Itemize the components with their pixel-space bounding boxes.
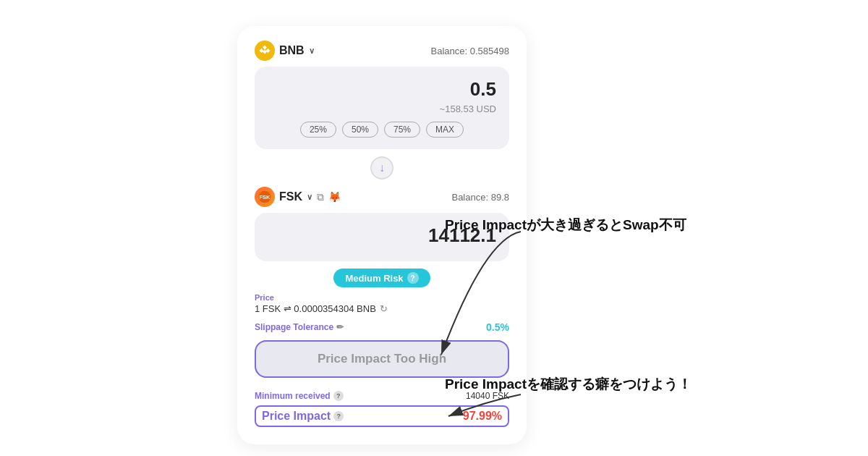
svg-text:FSK: FSK — [260, 194, 271, 200]
price-impact-value: 97.99% — [463, 410, 502, 423]
fsk-token-selector[interactable]: FSK ∨ — [279, 190, 312, 203]
fsk-symbol: FSK — [279, 190, 302, 203]
slippage-value: 0.5% — [486, 321, 509, 333]
slippage-row: Slippage Tolerance ✏ 0.5% — [255, 321, 509, 333]
top-token-row: BNB ∨ Balance: 0.585498 — [255, 41, 509, 61]
info-rows: Minimum received ? 14040 FSK Price Impac… — [255, 388, 509, 427]
price-label: Price — [255, 293, 509, 302]
swap-direction-button[interactable]: ↓ — [370, 156, 393, 180]
percent-75-button[interactable]: 75% — [384, 122, 420, 138]
swap-arrow-wrapper: ↓ — [255, 156, 509, 180]
price-impact-help-icon[interactable]: ? — [333, 411, 344, 421]
price-impact-too-high-button: Price Impact Too High — [255, 340, 509, 378]
risk-badge-wrapper: Medium Risk ? — [255, 269, 509, 287]
percent-buttons-row: 25% 50% 75% MAX — [268, 122, 496, 138]
price-value: 1 FSK ⇌ 0.0000354304 BNB ↻ — [255, 303, 509, 314]
price-impact-row: Price Impact ? 97.99% — [255, 405, 509, 427]
copy-icon[interactable]: ⧉ — [317, 191, 324, 203]
medium-risk-badge[interactable]: Medium Risk ? — [333, 269, 430, 287]
price-info: Price 1 FSK ⇌ 0.0000354304 BNB ↻ — [255, 293, 509, 314]
minimum-received-help-icon[interactable]: ? — [333, 391, 344, 401]
bnb-chevron: ∨ — [309, 46, 315, 56]
bnb-symbol: BNB — [279, 44, 305, 57]
bottom-token-row: FSK FSK ∨ ⧉ 🦊 Balance: 89.8 — [255, 187, 509, 207]
risk-label: Medium Risk — [345, 273, 403, 284]
price-impact-label: Price Impact ? — [262, 410, 344, 423]
fsk-icon: FSK — [255, 187, 275, 207]
price-refresh-icon[interactable]: ↻ — [380, 303, 388, 314]
bnb-token-selector[interactable]: BNB ∨ — [255, 41, 315, 61]
risk-help-icon[interactable]: ? — [407, 272, 419, 284]
slippage-label: Slippage Tolerance ✏ — [255, 322, 344, 332]
slippage-edit-icon[interactable]: ✏ — [336, 322, 344, 332]
bnb-amount[interactable]: 0.5 — [268, 78, 496, 101]
percent-max-button[interactable]: MAX — [426, 122, 464, 138]
percent-50-button[interactable]: 50% — [342, 122, 378, 138]
bnb-usd: ~158.53 USD — [268, 104, 496, 114]
fsk-balance: Balance: 89.8 — [451, 192, 509, 203]
price-text: 1 FSK ⇌ 0.0000354304 BNB — [255, 303, 376, 314]
fsk-chevron: ∨ — [307, 193, 312, 202]
callout-text-1: Price Impactが大き過ぎるとSwap不可 — [445, 216, 686, 235]
minimum-received-label: Minimum received ? — [255, 391, 344, 401]
callout-text-2: Price Impactを確認する癖をつけよう！ — [445, 375, 692, 394]
fsk-selector-row: FSK FSK ∨ ⧉ 🦊 — [255, 187, 341, 207]
swap-arrow-icon: ↓ — [379, 161, 385, 174]
fox-icon[interactable]: 🦊 — [328, 191, 341, 203]
bnb-input-box: 0.5 ~158.53 USD 25% 50% 75% MAX — [255, 67, 509, 149]
bnb-icon — [255, 41, 275, 61]
bnb-balance: Balance: 0.585498 — [431, 46, 509, 56]
percent-25-button[interactable]: 25% — [300, 122, 336, 138]
